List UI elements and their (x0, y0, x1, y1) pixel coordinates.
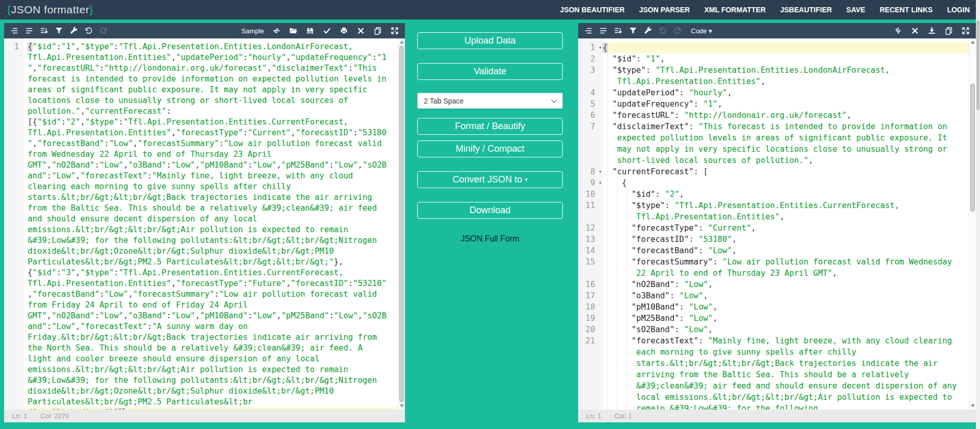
json-key-token: "$id" (612, 54, 637, 64)
fold-arrow-icon[interactable]: ▾ (599, 42, 602, 53)
validate-button[interactable]: Validate (417, 63, 563, 80)
output-scrollbar[interactable] (969, 38, 976, 410)
save-icon[interactable] (306, 27, 314, 35)
navbar: {JSON formatter} JSON BEAUTIFIER JSON PA… (0, 0, 980, 19)
code-line-content: { (603, 42, 969, 53)
nav-item-login[interactable]: LOGIN (947, 6, 970, 14)
format-beautify-button[interactable]: Format / Beautify (417, 118, 563, 135)
code-line: 3"$type": "Tfl.Api.Presentation.Entities… (578, 65, 969, 87)
indent-guide (607, 110, 608, 121)
scroll-down-arrow-icon[interactable] (400, 404, 404, 407)
input-scrollbar[interactable] (398, 38, 405, 410)
download-button[interactable]: Download (417, 202, 563, 219)
align-left-icon[interactable] (25, 27, 33, 35)
nav-item-json-parser[interactable]: JSON PARSER (639, 6, 690, 14)
redo-icon[interactable] (673, 27, 682, 35)
wrench-icon[interactable] (644, 27, 652, 35)
json-punct-token: , (75, 322, 80, 331)
share-icon[interactable] (894, 27, 902, 35)
auto-format-icon[interactable] (10, 27, 18, 35)
undo-icon[interactable] (85, 27, 93, 35)
redo-icon[interactable] (99, 27, 108, 35)
filter-icon[interactable] (629, 27, 637, 35)
filter-icon[interactable] (55, 27, 63, 35)
json-string-token: "Low" (689, 302, 713, 312)
fold-arrow-icon[interactable]: ▾ (599, 177, 602, 189)
json-punct-token: : (95, 160, 99, 170)
json-string-token: "forecastBand" (32, 290, 99, 299)
indent-guide (607, 177, 608, 189)
indent-guide (607, 335, 608, 410)
scrollbar-thumb[interactable] (970, 84, 975, 212)
fold-arrow-icon[interactable]: ▾ (599, 166, 602, 177)
code-line-content: "forecastText": "Mainly fine, light bree… (603, 335, 969, 410)
json-string-token: "Tfl.Api.Presentation.Entities.LondonAir… (617, 66, 894, 86)
code-mode-dropdown[interactable]: Code ▾ (691, 27, 712, 35)
scroll-down-arrow-icon[interactable] (971, 404, 975, 407)
copy-icon[interactable] (374, 27, 382, 35)
auto-format-icon[interactable] (584, 27, 593, 35)
upload-data-button[interactable]: Upload Data (417, 32, 563, 49)
json-string-token: "Low" (253, 311, 277, 320)
json-punct-token: : (689, 122, 699, 131)
nav-item-jsbeautifier[interactable]: JSBEAUTIFIER (780, 6, 832, 14)
line-number-gutter: 17 (578, 290, 603, 301)
folder-open-icon[interactable] (289, 27, 297, 35)
sort-icon[interactable] (614, 27, 622, 35)
json-key-token: "disclaimerText" (612, 122, 689, 131)
scroll-up-arrow-icon[interactable] (400, 40, 404, 44)
json-string-token: "pM10Band" (200, 160, 248, 170)
json-output-panel: Code ▾ 1▾{2"$id": "1",3"$type": "Tfl.Api… (578, 23, 976, 422)
sample-dropdown[interactable]: Sample (241, 27, 264, 35)
minify-compact-button[interactable]: Minify / Compact (417, 140, 563, 157)
wrench-icon[interactable] (70, 27, 78, 35)
undo-icon[interactable] (659, 27, 667, 35)
scroll-up-arrow-icon[interactable] (971, 40, 975, 44)
json-punct-token: , (32, 64, 37, 73)
download-icon[interactable] (928, 27, 936, 35)
print-icon[interactable] (340, 27, 348, 35)
nav-item-xml-formatter[interactable]: XML FORMATTER (704, 6, 766, 14)
indent-guide (617, 245, 618, 256)
nav-item-json-beautifier[interactable]: JSON BEAUTIFIER (560, 6, 625, 14)
line-number: 14 (585, 245, 595, 256)
align-left-icon[interactable] (599, 27, 607, 35)
json-input-textarea[interactable]: {"$id":"1","$type":"Tfl.Api.Presentation… (24, 38, 398, 410)
json-string-token: "Mainly fine, light breeze, with any clo… (636, 336, 962, 410)
close-icon[interactable] (357, 27, 365, 35)
line-number: 9 (590, 177, 595, 189)
close-icon[interactable] (911, 27, 919, 35)
code-line: 8▾"currentForecast": [ (578, 166, 969, 177)
json-string-token: "Low" (99, 160, 124, 170)
json-string-token: "Low" (708, 246, 732, 255)
copy-icon[interactable] (945, 27, 953, 35)
page-scrollbar-thumb[interactable] (976, 21, 979, 110)
json-string-token: "forecastID" (291, 279, 348, 288)
fullscreen-icon[interactable] (962, 27, 970, 35)
json-output-area[interactable]: 1▾{2"$id": "1",3"$type": "Tfl.Api.Presen… (578, 38, 969, 410)
json-string-token: "Low" (52, 322, 76, 331)
scrollbar-thumb[interactable] (399, 46, 404, 402)
json-string-token: "pM25Band" (281, 311, 329, 320)
convert-json-to-button[interactable]: Convert JSON to ▾ (417, 171, 563, 188)
json-full-form-link[interactable]: JSON Full Form (417, 234, 563, 243)
json-punct-token: : (214, 290, 219, 299)
tab-space-select[interactable]: 2 Tab Space (417, 93, 563, 109)
json-string-token: /&gt;&lt;br/&gt;" (28, 408, 109, 410)
share-icon[interactable] (272, 27, 280, 35)
fullscreen-icon[interactable] (391, 27, 399, 35)
nav-item-save[interactable]: SAVE (846, 6, 865, 14)
json-punct-token: , (761, 77, 765, 86)
site-logo[interactable]: {JSON formatter} (7, 4, 93, 16)
page-scrollbar[interactable] (976, 0, 980, 429)
line-number: 1 (4, 42, 24, 52)
json-punct-token: , (171, 279, 176, 288)
json-punct-token: , (75, 268, 80, 277)
sort-icon[interactable] (40, 27, 48, 35)
json-punct-token: , (713, 302, 718, 312)
json-string-token: "forecastType" (176, 128, 243, 137)
check-icon[interactable] (323, 27, 331, 35)
json-punct-token: , (703, 291, 708, 300)
line-number: 15 (585, 256, 595, 268)
nav-item-recent-links[interactable]: RECENT LINKS (880, 6, 932, 14)
